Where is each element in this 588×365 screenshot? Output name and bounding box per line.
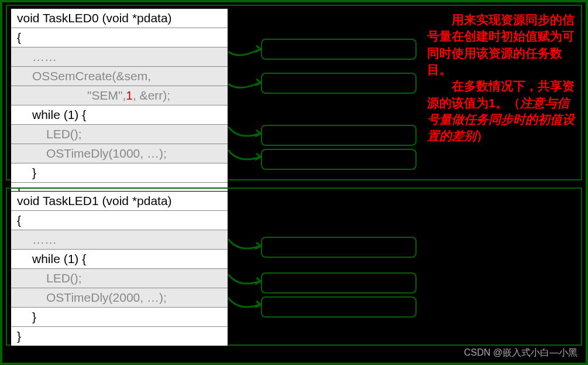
code-line: { <box>11 28 228 47</box>
callout-box <box>261 39 417 60</box>
code-line: …… <box>11 230 228 250</box>
code-line: "SEM", 1, &err); <box>11 86 228 105</box>
callout-box <box>261 237 417 258</box>
callout-box <box>261 73 417 94</box>
callout-box <box>261 125 417 146</box>
callout-box <box>261 149 417 170</box>
watermark: CSDN @嵌入式小白—小黑 <box>464 347 577 359</box>
code-line: …… <box>11 47 228 67</box>
code-text: , &err); <box>133 88 170 103</box>
code-line: } <box>11 163 228 183</box>
annotation-p1: 用来实现资源同步的信号量在创建时初始值赋为可同时使用该资源的任务数目。 <box>427 13 575 76</box>
code-line: { <box>11 211 228 230</box>
code-line: void TaskLED1 (void *pdata) <box>11 192 228 211</box>
code-line: } <box>11 308 228 327</box>
code-block-task0: void TaskLED0 (void *pdata) { …… OSSemCr… <box>11 8 228 202</box>
annotation-p2c: ） <box>476 129 489 142</box>
code-line: while (1) { <box>11 250 228 269</box>
callout-box <box>261 296 417 318</box>
code-line: void TaskLED0 (void *pdata) <box>11 9 228 28</box>
code-line: LED(); <box>11 269 228 288</box>
code-line: OSTimeDly(1000, …); <box>11 144 228 163</box>
code-line: OSTimeDly(2000, …); <box>11 288 228 308</box>
code-highlight-number: 1 <box>126 88 133 103</box>
code-line: } <box>11 327 228 346</box>
code-block-task1: void TaskLED1 (void *pdata) { …… while (… <box>11 191 228 346</box>
code-line: LED(); <box>11 125 228 144</box>
annotation-text: 用来实现资源同步的信号量在创建时初始值赋为可同时使用该资源的任务数目。 在多数情… <box>427 12 579 145</box>
code-line: OSSemCreate(&sem, <box>11 67 228 86</box>
callout-box <box>261 272 417 294</box>
code-line: while (1) { <box>11 105 228 125</box>
code-text: "SEM", <box>87 88 126 103</box>
